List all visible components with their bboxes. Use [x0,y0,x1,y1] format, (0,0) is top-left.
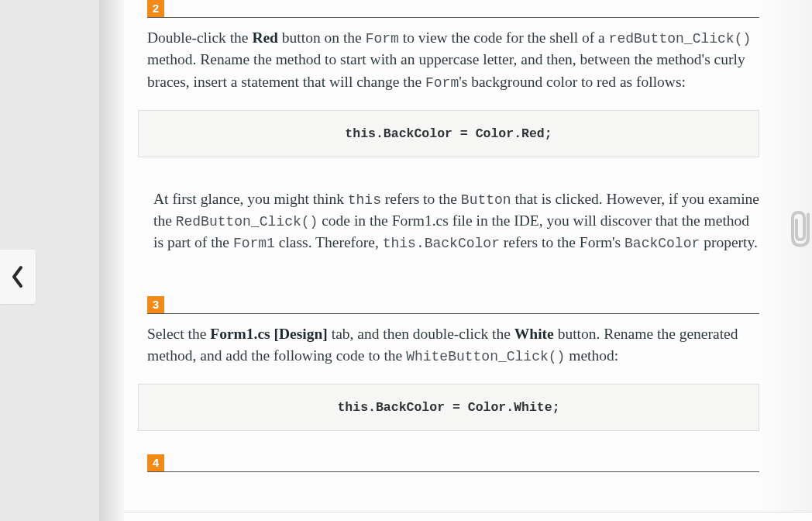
attachment-button[interactable] [781,202,812,256]
inline-code: Form [366,31,399,47]
inline-code: WhiteButton_Click() [406,349,565,364]
inline-code: Button [461,192,511,208]
code-block: this.BackColor = Color.White; [138,384,759,431]
page-content: 2 Double-click the Red button on the For… [124,0,812,521]
text: button on the [278,29,366,46]
text: refers to the Form's [500,234,624,250]
step-number-badge: 3 [147,296,164,313]
text: to view the code for the shell of a [399,29,609,46]
inline-code: this [348,192,381,208]
inline-code: this.BackColor [383,236,500,251]
step-number-badge: 2 [147,0,164,17]
text: class. Therefore, [275,234,383,250]
bold: Red [252,29,278,46]
paperclip-icon [781,205,812,254]
step-3-paragraph: Select the Form1.cs [Design] tab, and th… [147,323,759,367]
prev-page-button[interactable] [0,250,36,304]
bold: Form1.cs [Design] [210,326,328,342]
step-rule [147,17,759,18]
inline-code: Form [425,75,459,91]
step-rule [147,313,759,314]
inline-code: RedButton_Click() [176,214,318,229]
step-4: 4 [124,454,797,472]
text: At first glance, you might think [153,191,348,207]
inline-code: Form1 [233,236,275,251]
text: 's background color to red as follows: [459,74,686,90]
step-rule [147,471,759,472]
explanatory-note: At first glance, you might think this re… [124,188,797,254]
text: method: [565,347,618,364]
step-2: 2 Double-click the Red button on the For… [124,0,797,157]
viewport-bottom-rule [124,512,812,512]
text: Select the [147,326,210,342]
text: Double-click the [147,29,252,46]
inline-code: BackColor [624,236,700,251]
page-gutter-shadow [99,0,124,521]
bold: White [514,326,554,342]
text: tab, and then double-click the [328,326,514,342]
chevron-left-icon [10,265,26,288]
text: refers to the [381,191,461,207]
inline-code: redButton_Click() [609,31,752,47]
text: property. [700,234,758,250]
step-3: 3 Select the Form1.cs [Design] tab, and … [124,296,797,432]
step-2-paragraph: Double-click the Red button on the Form … [147,27,759,93]
step-number-badge: 4 [147,454,164,471]
code-block: this.BackColor = Color.Red; [138,110,759,157]
